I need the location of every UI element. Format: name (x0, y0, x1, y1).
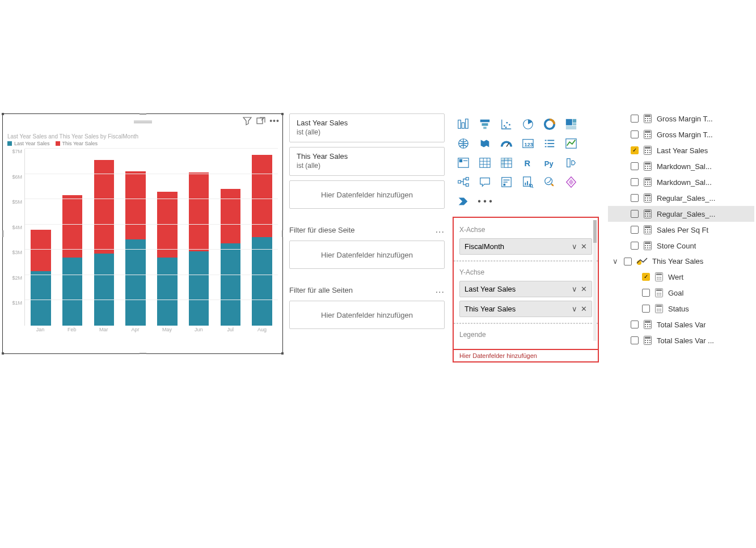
checkbox[interactable] (631, 194, 639, 202)
field-f5[interactable]: Regular_Sales_... (608, 190, 754, 206)
section-more-icon[interactable]: ... (436, 225, 445, 235)
field-f8[interactable]: Store Count (608, 238, 754, 254)
field-f9b[interactable]: Goal (608, 285, 754, 301)
chevron-down-icon[interactable]: ∨ (572, 285, 577, 293)
chevron-down-icon[interactable]: ∨ (572, 305, 577, 313)
field-f6[interactable]: Regular_Sales_... (608, 206, 754, 222)
field-f10[interactable]: Total Sales Var (608, 317, 754, 332)
all-pages-filters-dropzone[interactable]: Hier Datenfelder hinzufügen (289, 301, 445, 329)
viz-card-icon[interactable]: 123 (521, 136, 535, 151)
field-f0[interactable]: Gross Margin T... (608, 111, 754, 127)
chart-visual[interactable]: ••• Last Year Sales and This Year Sales … (2, 113, 283, 354)
checkbox[interactable] (642, 289, 650, 297)
field-f11[interactable]: Total Sales Var ... (608, 332, 754, 348)
chevron-down-icon[interactable]: ∨ (613, 257, 619, 265)
checkbox[interactable] (631, 210, 639, 218)
bar-jan[interactable] (25, 149, 57, 326)
viz-qna-icon[interactable] (478, 175, 492, 189)
field-label: Total Sales Var ... (657, 336, 714, 345)
pill-fiscalmonth[interactable]: FiscalMonth ∨ ✕ (459, 238, 592, 255)
bar-may[interactable] (151, 149, 183, 326)
checkbox[interactable] (631, 321, 639, 328)
filter-icon[interactable] (243, 116, 252, 125)
checkbox[interactable] (631, 178, 639, 186)
page-filters-dropzone[interactable]: Hier Datenfelder hinzufügen (289, 241, 445, 269)
viz-smart-narrative-icon[interactable] (499, 175, 514, 189)
field-f9a[interactable]: Wert (608, 269, 754, 285)
viz-pie-icon[interactable] (521, 117, 535, 132)
bar-jul[interactable] (215, 149, 247, 326)
section-more-icon[interactable]: ... (436, 285, 445, 295)
checkbox[interactable] (642, 305, 650, 313)
field-f1[interactable]: Gross Margin T... (608, 127, 754, 142)
close-icon[interactable]: ✕ (581, 285, 587, 293)
viz-paginated-icon[interactable] (521, 175, 535, 189)
viz-funnel-icon[interactable] (478, 117, 492, 132)
drag-handle-icon[interactable] (134, 121, 152, 123)
viz-python-icon[interactable]: Py (542, 155, 557, 170)
visual-filters-dropzone[interactable]: Hier Datenfelder hinzufügen (289, 180, 445, 209)
bar-aug[interactable] (246, 149, 278, 326)
viz-map-icon[interactable] (456, 136, 471, 151)
viz-more-icon[interactable]: • • • (478, 194, 492, 209)
viz-waterfall-icon[interactable] (456, 117, 471, 132)
resize-handle-r[interactable] (282, 230, 283, 237)
checkbox[interactable] (631, 242, 639, 250)
field-f4[interactable]: Markdown_Sal... (608, 174, 754, 190)
bar-jun[interactable] (183, 149, 215, 326)
checkbox[interactable] (631, 336, 639, 344)
checkbox[interactable] (631, 130, 639, 138)
bar-mar[interactable] (88, 149, 120, 326)
viz-gauge-icon[interactable] (499, 136, 514, 151)
field-f7[interactable]: Sales Per Sq Ft (608, 222, 754, 238)
pill-thisyearsales[interactable]: This Year Sales ∨ ✕ (459, 301, 592, 317)
resize-handle-l[interactable] (2, 230, 3, 237)
pill-lastyearsales[interactable]: Last Year Sales ∨ ✕ (459, 281, 592, 297)
viz-slicer-icon[interactable] (456, 155, 471, 170)
checkbox[interactable] (631, 226, 639, 234)
calculator-icon (643, 162, 652, 171)
viz-table-icon[interactable] (478, 155, 492, 170)
viz-matrix-icon[interactable] (499, 155, 514, 170)
viz-kpi-icon[interactable] (564, 136, 578, 151)
close-icon[interactable]: ✕ (581, 242, 587, 251)
dropzone-hint: Hier Datenfelder hinzufügen (321, 311, 413, 319)
viz-powerautomate-icon[interactable] (456, 194, 471, 209)
viz-arcgis-icon[interactable] (542, 175, 557, 189)
viz-decomposition-icon[interactable] (456, 175, 471, 189)
chevron-down-icon[interactable]: ∨ (572, 242, 577, 251)
bar-feb[interactable] (57, 149, 88, 326)
viz-key-influencers-icon[interactable] (564, 155, 578, 170)
wells-scrollbar[interactable] (593, 220, 597, 341)
field-f3[interactable]: Markdown_Sal... (608, 158, 754, 174)
checkbox[interactable] (631, 146, 639, 154)
page-filters-header: Filter für diese Seite ... (289, 225, 445, 235)
checkbox[interactable] (631, 115, 639, 123)
viz-treemap-icon[interactable] (564, 117, 578, 132)
measure-icon (654, 304, 664, 313)
close-icon[interactable]: ✕ (581, 305, 587, 313)
filter-card-lastyearsales[interactable]: Last Year Sales ist (alle) (289, 113, 445, 142)
field-f9[interactable]: ∨This Year Sales (608, 254, 754, 269)
resize-handle-b[interactable] (140, 353, 146, 354)
viz-powerapps-icon[interactable] (564, 175, 578, 189)
viz-donut-icon[interactable] (542, 117, 557, 132)
field-f9c[interactable]: Status (608, 301, 754, 317)
viz-r-icon[interactable]: R (521, 155, 535, 170)
resize-handle-br[interactable] (281, 352, 284, 355)
svg-rect-18 (458, 120, 461, 129)
resize-handle-bl[interactable] (2, 352, 4, 355)
viz-multirow-card-icon[interactable] (542, 136, 557, 151)
visual-more-icon[interactable]: ••• (270, 116, 279, 125)
checkbox[interactable] (642, 273, 650, 281)
focus-mode-icon[interactable] (256, 116, 265, 125)
checkbox[interactable] (631, 162, 639, 170)
bar-apr[interactable] (120, 149, 151, 326)
viz-scatter-icon[interactable] (499, 117, 514, 132)
legend-label-2: This Year Sales (62, 141, 98, 146)
field-f2[interactable]: Last Year Sales (608, 142, 754, 158)
separator (454, 260, 598, 262)
checkbox[interactable] (624, 258, 632, 265)
filter-card-thisyearsales[interactable]: This Year Sales ist (alle) (289, 147, 445, 176)
viz-filled-map-icon[interactable] (478, 136, 492, 151)
